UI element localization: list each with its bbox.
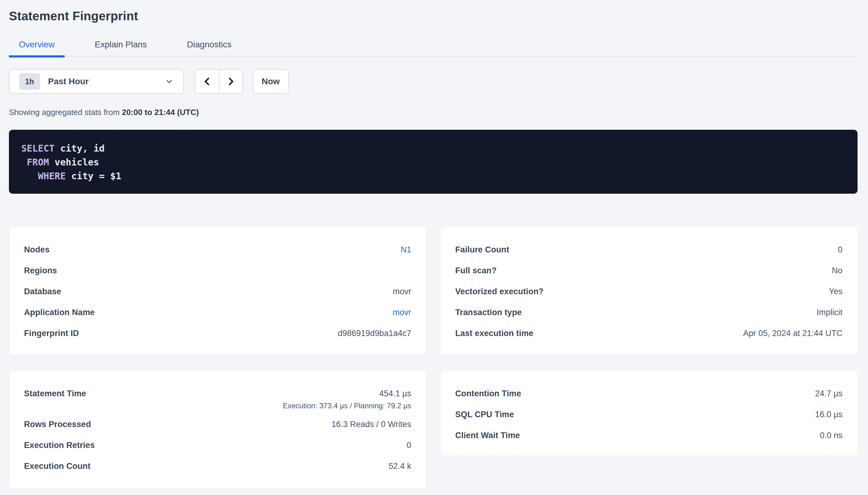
- stat-row: Transaction typeImplicit: [455, 302, 842, 323]
- sql-text: [21, 157, 27, 168]
- sql-keyword: WHERE: [38, 171, 66, 182]
- sql-text: [21, 171, 38, 182]
- stat-row: Failure Count0: [455, 239, 842, 260]
- stat-row-label: Fingerprint ID: [24, 329, 79, 338]
- stat-row-label: Vectorized execution?: [455, 287, 544, 296]
- chevron-right-icon: [226, 76, 236, 87]
- chevron-down-icon: [165, 77, 174, 86]
- stat-row: Execution Count52.4 k: [24, 456, 411, 477]
- stat-row: Fingerprint IDd986919d9ba1a4c7: [24, 323, 411, 344]
- stat-row-label: Failure Count: [455, 245, 509, 255]
- stat-row: Contention Time24.7 µs: [455, 383, 842, 404]
- time-range-selected-label: Past Hour: [48, 76, 165, 86]
- stat-row-label: Contention Time: [455, 389, 521, 398]
- stat-row-value: 0: [407, 441, 411, 450]
- stat-row-label: Database: [24, 287, 61, 296]
- sql-line: SELECT city, id: [21, 141, 845, 155]
- stat-row: Rows Processed16.3 Reads / 0 Writes: [24, 414, 411, 435]
- stat-row-value: 52.4 k: [389, 461, 411, 471]
- stat-row-label: Nodes: [24, 245, 50, 255]
- cards-grid: NodesN1RegionsDatabasemovrApplication Na…: [9, 227, 857, 489]
- next-time-range-button[interactable]: [219, 70, 243, 93]
- stat-row-value: 0.0 ns: [820, 431, 842, 440]
- time-range-stepper: [195, 69, 243, 94]
- prev-time-range-button[interactable]: [195, 70, 219, 93]
- stat-row: Application Namemovr: [24, 302, 411, 323]
- stat-row-value: 16.3 Reads / 0 Writes: [331, 420, 411, 429]
- time-range-dropdown[interactable]: 1h Past Hour: [9, 69, 184, 94]
- aggregated-stats-line: Showing aggregated stats from 20:00 to 2…: [9, 108, 857, 117]
- stat-row-label: Transaction type: [455, 308, 522, 317]
- stat-row-value: 454.1 µs: [379, 389, 411, 398]
- stat-row-value: 0: [838, 245, 842, 255]
- tab-diagnostics[interactable]: Diagnostics: [177, 39, 241, 56]
- stat-row-value: movr: [393, 287, 411, 296]
- sql-statement-box: SELECT city, id FROM vehicles WHERE city…: [9, 130, 857, 194]
- stat-row-value-link[interactable]: N1: [400, 245, 411, 255]
- sql-text: vehicles: [49, 157, 99, 168]
- execution-attributes-card: Failure Count0Full scan?NoVectorized exe…: [440, 227, 857, 355]
- stat-row: Statement Time454.1 µs: [24, 383, 411, 404]
- statement-details-card: NodesN1RegionsDatabasemovrApplication Na…: [9, 227, 426, 355]
- stat-row-value: 16.0 µs: [815, 410, 842, 420]
- page-title: Statement Fingerprint: [9, 10, 857, 22]
- sql-keyword: FROM: [27, 157, 49, 168]
- stat-row-value: Yes: [829, 287, 842, 296]
- stat-row: Regions: [24, 260, 411, 281]
- stat-row-subvalue: Execution: 373.4 µs / Planning: 79.2 µs: [24, 402, 411, 414]
- stat-row-label: Regions: [24, 266, 57, 275]
- stat-row: Execution Retries0: [24, 435, 411, 456]
- time-range-badge: 1h: [19, 73, 40, 90]
- stat-row-label: Full scan?: [455, 266, 497, 275]
- sql-keyword: SELECT: [21, 143, 54, 154]
- stat-row-label: Execution Count: [24, 461, 91, 471]
- stat-row-value: 24.7 µs: [815, 389, 842, 398]
- sql-line: WHERE city = $1: [21, 169, 845, 183]
- stat-row-label: Application Name: [24, 308, 95, 317]
- stat-row-value: d986919d9ba1a4c7: [338, 329, 411, 338]
- stat-row-value: No: [832, 266, 842, 275]
- statement-fingerprint-page: Statement Fingerprint Overview Explain P…: [0, 0, 868, 495]
- stat-row: Client Wait Time0.0 ns: [455, 425, 842, 446]
- stat-row-label: Statement Time: [24, 389, 86, 398]
- stats-line-prefix: Showing aggregated stats from: [9, 108, 122, 117]
- tab-overview[interactable]: Overview: [9, 39, 65, 56]
- chevron-left-icon: [202, 76, 212, 87]
- sql-text: city, id: [54, 143, 105, 154]
- sql-text: city = $1: [66, 171, 121, 182]
- stat-row: SQL CPU Time16.0 µs: [455, 404, 842, 425]
- tab-explain-plans[interactable]: Explain Plans: [85, 39, 157, 56]
- stat-row-label: Last execution time: [455, 329, 534, 338]
- tab-bar: Overview Explain Plans Diagnostics: [9, 39, 857, 56]
- stat-row: NodesN1: [24, 239, 411, 260]
- stat-row-label: Client Wait Time: [455, 431, 520, 440]
- stat-row-label: Execution Retries: [24, 441, 95, 450]
- stat-row: Last execution timeApr 05, 2024 at 21:44…: [455, 323, 842, 344]
- stat-row: Databasemovr: [24, 281, 411, 302]
- stat-row-label: SQL CPU Time: [455, 410, 514, 420]
- stat-row: Vectorized execution?Yes: [455, 281, 842, 302]
- stat-row-value: Implicit: [817, 308, 842, 317]
- stats-line-range: 20:00 to 21:44 (UTC): [122, 108, 199, 117]
- stat-row-value: Apr 05, 2024 at 21:44 UTC: [743, 329, 842, 338]
- stat-row-value-link[interactable]: movr: [393, 308, 411, 317]
- wait-times-card: Contention Time24.7 µsSQL CPU Time16.0 µ…: [440, 371, 857, 456]
- stat-row: Full scan?No: [455, 260, 842, 281]
- stat-row-label: Rows Processed: [24, 420, 91, 429]
- now-button[interactable]: Now: [253, 69, 289, 94]
- time-controls: 1h Past Hour Now: [9, 69, 857, 94]
- statement-times-card: Statement Time454.1 µsExecution: 373.4 µ…: [9, 371, 426, 489]
- sql-line: FROM vehicles: [21, 155, 845, 169]
